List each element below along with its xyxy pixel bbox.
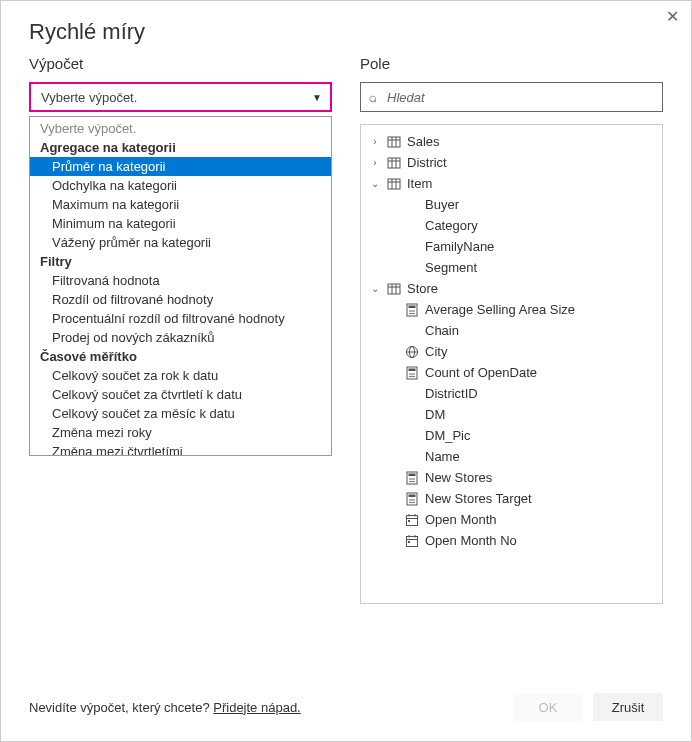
tree-node-label: Sales [407,134,440,149]
listbox-item[interactable]: Filtrovaná hodnota [30,271,331,290]
search-input[interactable] [385,89,654,106]
tree-leaf[interactable]: Open Month [365,509,658,530]
listbox-placeholder: Vyberte výpočet. [30,119,331,138]
tree-leaf[interactable]: FamilyNane [365,236,658,257]
tree-leaf-label: DM [425,407,445,422]
quick-measures-dialog: ✕ Rychlé míry Výpočet Vyberte výpočet. ▼… [0,0,692,742]
svg-point-30 [411,373,413,375]
tree-leaf-label: Open Month No [425,533,517,548]
calculation-label: Výpočet [29,55,332,72]
chevron-right-icon[interactable]: › [369,157,381,168]
table-icon [387,156,401,170]
tree-leaf-label: FamilyNane [425,239,494,254]
svg-point-50 [413,501,415,503]
chevron-right-icon[interactable]: › [369,136,381,147]
listbox-item[interactable]: Odchylka na kategorii [30,176,331,195]
tree-node[interactable]: ›District [365,152,658,173]
listbox-item[interactable]: Procentuální rozdíl od filtrované hodnot… [30,309,331,328]
tree-node[interactable]: ›Sales [365,131,658,152]
calculation-panel: Výpočet Vyberte výpočet. ▼ Vyberte výpoč… [29,55,332,675]
tree-leaf-label: Count of OpenDate [425,365,537,380]
listbox-item[interactable]: Celkový součet za měsíc k datu [30,404,331,423]
svg-point-18 [409,310,411,312]
svg-point-29 [409,373,411,375]
svg-rect-17 [409,305,416,308]
tree-leaf[interactable]: Category [365,215,658,236]
svg-point-33 [411,375,413,377]
svg-rect-60 [408,541,410,543]
calculation-combo[interactable]: Vyberte výpočet. ▼ [29,82,332,112]
svg-point-21 [409,312,411,314]
svg-point-40 [409,480,411,482]
close-icon[interactable]: ✕ [666,9,679,25]
svg-rect-28 [409,368,416,371]
search-icon: ⌕ [369,89,377,105]
svg-point-32 [409,375,411,377]
svg-point-20 [413,310,415,312]
tree-leaf[interactable]: Segment [365,257,658,278]
listbox-group-header: Časové měřítko [30,347,331,366]
svg-point-38 [411,478,413,480]
tree-leaf-label: Buyer [425,197,459,212]
suggest-idea-link[interactable]: Přidejte nápad. [213,700,300,715]
tree-leaf[interactable]: Count of OpenDate [365,362,658,383]
ok-button[interactable]: OK [513,693,583,721]
tree-leaf-label: DistrictID [425,386,478,401]
tree-leaf[interactable]: City [365,341,658,362]
tree-leaf[interactable]: Open Month No [365,530,658,551]
listbox-item[interactable]: Minimum na kategorii [30,214,331,233]
svg-point-48 [409,501,411,503]
listbox-item[interactable]: Maximum na kategorii [30,195,331,214]
tree-leaf[interactable]: Name [365,446,658,467]
chevron-down-icon[interactable]: ⌄ [369,178,381,189]
tree-node[interactable]: ⌄Store [365,278,658,299]
listbox-item[interactable]: Prodej od nových zákazníků [30,328,331,347]
fields-search[interactable]: ⌕ [360,82,663,112]
calc-icon [405,303,419,317]
dialog-title: Rychlé míry [1,1,691,55]
none-icon [405,387,419,401]
calendar-icon [405,534,419,548]
none-icon [405,324,419,338]
svg-point-46 [411,499,413,501]
calc-icon [405,471,419,485]
svg-point-19 [411,310,413,312]
tree-leaf[interactable]: DM [365,404,658,425]
tree-leaf-label: Average Selling Area Size [425,302,575,317]
listbox-item[interactable]: Změna mezi čtvrtletími [30,442,331,456]
dialog-content: Výpočet Vyberte výpočet. ▼ Vyberte výpoč… [1,55,691,675]
listbox-group-header: Agregace na kategorii [30,138,331,157]
tree-leaf-label: Segment [425,260,477,275]
globe-icon [405,345,419,359]
svg-rect-55 [408,520,410,522]
fields-label: Pole [360,55,663,72]
tree-node[interactable]: ⌄Item [365,173,658,194]
svg-point-34 [413,375,415,377]
svg-point-47 [413,499,415,501]
listbox-item[interactable]: Vážený průměr na kategorii [30,233,331,252]
tree-leaf[interactable]: DistrictID [365,383,658,404]
listbox-item[interactable]: Průměr na kategorii [30,157,331,176]
tree-leaf[interactable]: Buyer [365,194,658,215]
fields-tree[interactable]: ›Sales›District⌄ItemBuyerCategoryFamilyN… [360,124,663,604]
listbox-group-header: Filtry [30,252,331,271]
calc-icon [405,492,419,506]
tree-leaf[interactable]: DM_Pic [365,425,658,446]
tree-leaf[interactable]: New Stores Target [365,488,658,509]
listbox-item[interactable]: Změna mezi roky [30,423,331,442]
chevron-down-icon[interactable]: ⌄ [369,283,381,294]
calculation-listbox[interactable]: Vyberte výpočet.Agregace na kategoriiPrů… [29,116,332,456]
svg-point-45 [409,499,411,501]
svg-rect-12 [388,284,400,294]
tree-leaf-label: Chain [425,323,459,338]
tree-leaf[interactable]: Average Selling Area Size [365,299,658,320]
tree-node-label: Store [407,281,438,296]
tree-leaf[interactable]: New Stores [365,467,658,488]
cancel-button[interactable]: Zrušit [593,693,663,721]
svg-point-42 [413,480,415,482]
tree-leaf[interactable]: Chain [365,320,658,341]
listbox-item[interactable]: Rozdíl od filtrované hodnoty [30,290,331,309]
listbox-item[interactable]: Celkový součet za rok k datu [30,366,331,385]
listbox-item[interactable]: Celkový součet za čtvrtletí k datu [30,385,331,404]
none-icon [405,240,419,254]
